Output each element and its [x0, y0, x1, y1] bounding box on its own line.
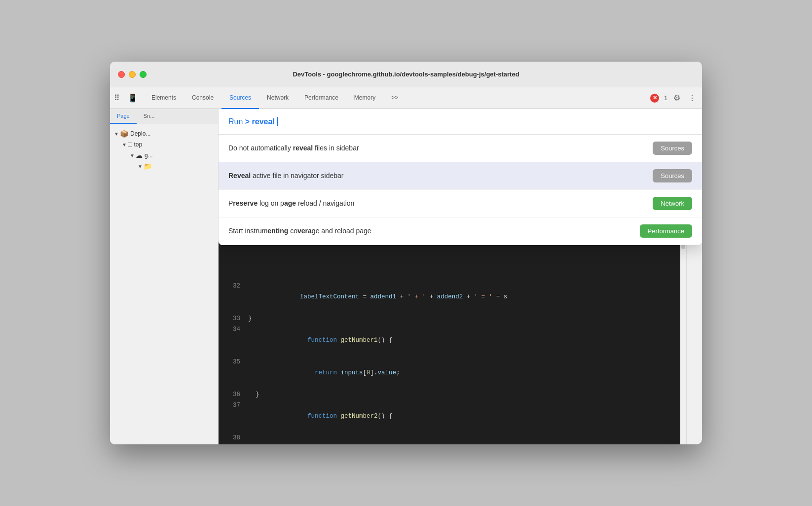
code-line-38: 38 return inputs[1].value; [219, 433, 702, 444]
run-prefix: Run [228, 117, 245, 126]
tree-arrow-deploy: ▼ [114, 131, 120, 137]
highlight-enting: enting [267, 227, 288, 235]
minimize-button[interactable] [129, 71, 136, 78]
tree-label-g: g... [145, 152, 153, 159]
command-input-row: Run > reveal [219, 109, 702, 135]
line-number-33: 33 [222, 313, 240, 324]
code-content-32: labelTextContent = addend1 + ' + ' + add… [248, 281, 507, 313]
command-prefix-symbol: > [245, 117, 250, 126]
sidebar-tab-snippets[interactable]: Sn... [137, 109, 162, 124]
devtools-icons: ⠿ 📱 [114, 93, 138, 103]
device-icon[interactable]: 📱 [128, 93, 138, 103]
tree-arrow-folder: ▼ [138, 164, 144, 169]
sidebar: Page Sn... ▼ 📦 Deplo... ▼ □ top [110, 109, 219, 444]
traffic-lights [118, 71, 147, 78]
line-number-32: 32 [222, 281, 240, 313]
tree-label-top: top [134, 141, 142, 148]
line-number-38: 38 [222, 433, 240, 444]
highlight-reserve: reserve [233, 199, 258, 207]
tree-icon-top: □ [128, 141, 132, 148]
highlight-reveal-1: reveal [293, 144, 313, 152]
badge-sources-2[interactable]: Sources [653, 169, 692, 182]
tree-item-top[interactable]: ▼ □ top [112, 139, 216, 150]
sidebar-tree: ▼ 📦 Deplo... ▼ □ top ▼ ☁ g... [110, 124, 218, 176]
close-button[interactable] [118, 71, 125, 78]
code-line-33: 33 } [219, 313, 702, 324]
command-query[interactable]: reveal [252, 117, 275, 126]
command-item-coverage[interactable]: Start instrumenting coverage and reload … [219, 217, 702, 245]
error-count: 1 [664, 95, 667, 102]
tab-memory[interactable]: Memory [346, 87, 383, 109]
tree-arrow-top: ▼ [122, 142, 128, 147]
devtools-window: DevTools - googlechrome.github.io/devtoo… [110, 62, 702, 444]
text-cursor [277, 117, 278, 126]
badge-performance[interactable]: Performance [640, 224, 692, 238]
window-title: DevTools - googlechrome.github.io/devtoo… [293, 71, 519, 78]
tree-icon-g: ☁ [136, 151, 143, 159]
code-content-34: function getNumber1() { [248, 324, 393, 357]
tab-sources[interactable]: Sources [221, 87, 259, 109]
title-bar: DevTools - googlechrome.github.io/devtoo… [110, 62, 702, 87]
tab-network[interactable]: Network [259, 87, 296, 109]
code-line-35: 35 return inputs[0].value; [219, 357, 702, 389]
tree-item-g[interactable]: ▼ ☁ g... [112, 150, 216, 161]
code-content-33: } [248, 313, 252, 324]
tree-item-folder[interactable]: ▼ 📁 [112, 161, 216, 172]
sidebar-tabs: Page Sn... [110, 109, 218, 124]
code-content-35: return inputs[0].value; [248, 357, 400, 389]
tab-bar-right: ✕ 1 ⚙ ⋮ [650, 91, 698, 105]
error-badge: ✕ [650, 94, 659, 103]
maximize-button[interactable] [140, 71, 147, 78]
line-number-37: 37 [222, 400, 240, 433]
command-item-no-reveal[interactable]: Do not automatically reveal files in sid… [219, 135, 702, 162]
code-line-36: 36 } [219, 389, 702, 400]
line-number-36: 36 [222, 389, 240, 400]
inspect-icon[interactable]: ⠿ [114, 93, 120, 103]
settings-icon[interactable]: ⚙ [671, 91, 682, 105]
code-line-34: 34 function getNumber1() { [219, 324, 702, 357]
command-input-label: Run > reveal [228, 117, 278, 126]
highlight-vera: vera [297, 227, 312, 235]
sidebar-tab-page[interactable]: Page [110, 109, 137, 124]
tab-console[interactable]: Console [184, 87, 221, 109]
more-options-icon[interactable]: ⋮ [686, 91, 698, 105]
code-line-37: 37 function getNumber2() { [219, 400, 702, 433]
tree-label-deploy: Deplo... [130, 130, 150, 137]
code-content-37: function getNumber2() { [248, 400, 393, 433]
command-item-text-reveal-active: Reveal active file in navigator sidebar [228, 171, 653, 181]
badge-sources-1[interactable]: Sources [653, 142, 692, 155]
tree-icon-deploy: 📦 [120, 130, 128, 138]
tab-bar: ⠿ 📱 Elements Console Sources Network Per… [110, 87, 702, 109]
main-content: Page Sn... ▼ 📦 Deplo... ▼ □ top [110, 109, 702, 444]
tree-icon-folder: 📁 [144, 162, 152, 170]
command-palette: Run > reveal Do not automatically reveal… [219, 109, 702, 245]
command-item-text-no-reveal: Do not automatically reveal files in sid… [228, 144, 653, 153]
tab-elements[interactable]: Elements [144, 87, 184, 109]
editor-container: Run > reveal Do not automatically reveal… [219, 109, 702, 444]
code-block: 32 labelTextContent = addend1 + ' + ' + … [219, 277, 702, 444]
code-content-38: return inputs[1].value; [248, 433, 400, 444]
tab-more[interactable]: >> [383, 87, 406, 109]
command-item-text-coverage: Start instrumenting coverage and reload … [228, 226, 640, 236]
tree-arrow-g: ▼ [130, 153, 136, 158]
badge-network[interactable]: Network [653, 197, 692, 210]
tab-performance[interactable]: Performance [296, 87, 346, 109]
highlight-reveal-2: Reveal [228, 172, 251, 180]
command-item-reveal-active[interactable]: Reveal active file in navigator sidebar … [219, 162, 702, 190]
tree-item-deploy[interactable]: ▼ 📦 Deplo... [112, 128, 216, 139]
command-item-preserve-log[interactable]: Preserve log on page reload / navigation… [219, 190, 702, 217]
line-number-34: 34 [222, 324, 240, 357]
code-line-32: 32 labelTextContent = addend1 + ' + ' + … [219, 281, 702, 313]
line-number-35: 35 [222, 357, 240, 389]
highlight-age: age [284, 199, 296, 207]
command-item-text-preserve-log: Preserve log on page reload / navigation [228, 199, 653, 209]
code-content-36: } [248, 389, 259, 400]
